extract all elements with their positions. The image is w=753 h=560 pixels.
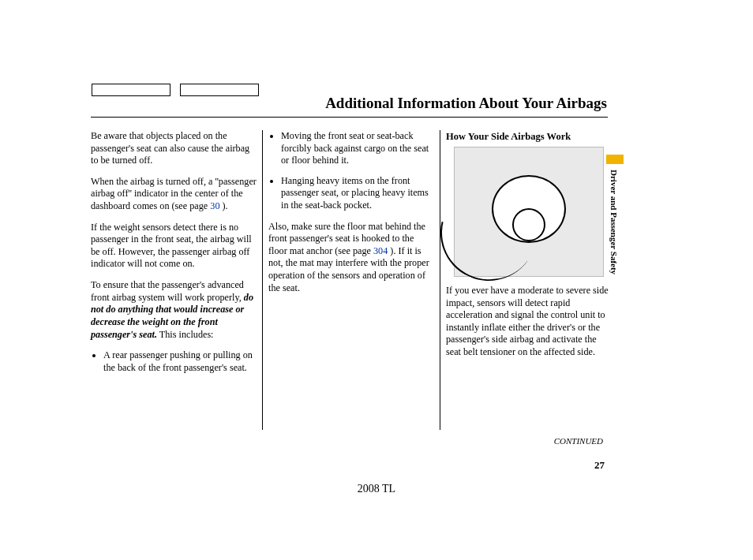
top-tab-boxes xyxy=(92,84,259,96)
tab-box xyxy=(92,84,170,96)
paragraph: When the airbag is turned off, a ''passe… xyxy=(91,176,257,213)
text: ). xyxy=(219,200,227,211)
column-2: Moving the front seat or seat-back forci… xyxy=(268,130,434,430)
body-columns: Be aware that objects placed on the pass… xyxy=(91,130,612,430)
bullet-list: A rear passenger pushing or pulling on t… xyxy=(91,349,257,374)
column-3: How Your Side Airbags Work If you ever h… xyxy=(446,130,612,430)
footer-model: 2008 TL xyxy=(0,483,753,495)
page-ref-link[interactable]: 304 xyxy=(373,245,388,256)
paragraph: Also, make sure the floor mat behind the… xyxy=(268,221,434,295)
title-rule xyxy=(91,117,608,118)
text: To ensure that the passenger's advanced … xyxy=(91,279,244,303)
text: When the airbag is turned off, a ''passe… xyxy=(91,176,257,211)
continued-label: CONTINUED xyxy=(554,436,603,446)
column-1: Be aware that objects placed on the pass… xyxy=(91,130,257,430)
paragraph: If you ever have a moderate to severe si… xyxy=(446,285,612,359)
paragraph: If the weight sensors detect there is no… xyxy=(91,222,257,271)
page-title: Additional Information About Your Airbag… xyxy=(325,95,607,112)
sub-heading: How Your Side Airbags Work xyxy=(446,130,612,143)
list-item: Hanging heavy items on the front passeng… xyxy=(281,175,434,212)
page-number: 27 xyxy=(594,459,605,472)
paragraph: To ensure that the passenger's advanced … xyxy=(91,279,257,341)
list-item: Moving the front seat or seat-back forci… xyxy=(281,130,434,167)
text: This includes: xyxy=(157,329,214,340)
tab-box xyxy=(180,84,259,96)
column-divider xyxy=(440,130,440,430)
column-divider xyxy=(262,130,263,430)
paragraph: Be aware that objects placed on the pass… xyxy=(91,130,257,167)
manual-page: Additional Information About Your Airbag… xyxy=(0,0,753,560)
side-airbag-illustration xyxy=(454,147,604,277)
occupant-head-icon xyxy=(512,208,545,241)
page-ref-link[interactable]: 30 xyxy=(210,200,219,211)
list-item: A rear passenger pushing or pulling on t… xyxy=(103,349,257,374)
bullet-list: Moving the front seat or seat-back forci… xyxy=(268,130,434,212)
